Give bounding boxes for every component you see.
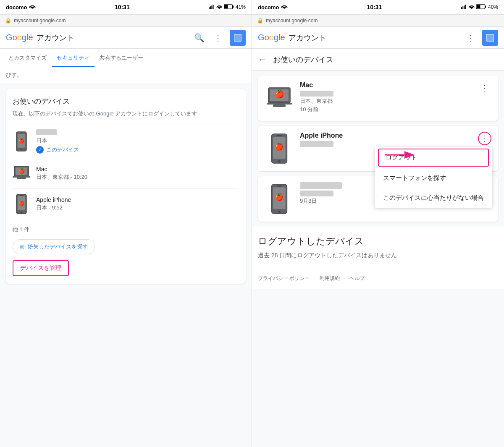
- left-address-bar: 🔒 myaccount.google.com: [0, 14, 252, 27]
- logout-section-title: ログアウトしたデバイス: [252, 228, 504, 251]
- left-battery-icon: [224, 4, 234, 10]
- logout-section-desc: 過去 28 日間にログアウトしたデバイスはありません: [252, 251, 504, 267]
- left-status-left: docomo: [6, 4, 36, 10]
- context-menu-arrow: [383, 149, 416, 162]
- left-content-area: びす。 お使いのデバイス 現在、以下のデバイスでお使いの Google アカウン…: [0, 67, 252, 447]
- iphone-card-info: Apple iPhone: [300, 132, 478, 147]
- left-wifi-icon2: [216, 4, 222, 10]
- svg-rect-0: [209, 7, 210, 9]
- right-app-header: Google アカウント ⋮: [252, 27, 504, 49]
- third-card-icon: 🍎: [265, 182, 294, 216]
- back-arrow-btn[interactable]: ←: [258, 54, 267, 65]
- svg-rect-25: [464, 5, 465, 9]
- right-lock-icon: 🔒: [257, 18, 263, 24]
- logout-section: ログアウトしたデバイス 過去 28 日間にログアウトしたデバイスはありません: [252, 227, 504, 268]
- device-location-mac: 日本、東京都 - 10:20: [36, 173, 239, 181]
- left-lock-icon: 🔒: [5, 18, 11, 24]
- right-more-icon[interactable]: ⋮: [465, 31, 476, 44]
- mac-card-name: Mac: [300, 81, 478, 89]
- mac-card-location: 日本、東京都: [300, 97, 478, 105]
- svg-rect-1: [210, 6, 211, 9]
- svg-rect-3: [213, 5, 213, 9]
- svg-rect-21: [20, 195, 23, 196]
- left-status-bar: docomo 10:31 41%: [0, 0, 252, 14]
- right-battery-pct: 40%: [488, 4, 498, 10]
- right-google-logo: Google: [258, 33, 285, 42]
- left-signal-icon: [209, 4, 215, 10]
- left-tab-bar: とカスタマイズ セキュリティ 共有するユーザー: [0, 49, 252, 67]
- tab-customize[interactable]: とカスタマイズ: [3, 50, 52, 67]
- footer-help[interactable]: ヘルプ: [349, 275, 365, 282]
- find-device-btn[interactable]: ◎ 紛失したデバイスを探す: [13, 239, 95, 254]
- left-account-avatar[interactable]: [230, 30, 246, 46]
- device-item-iphone[interactable]: 🍎 Apple iPhone 日本 - 9:52: [13, 188, 239, 219]
- svg-point-38: [278, 160, 281, 163]
- third-blurred-name: [300, 182, 342, 189]
- right-signal-icon: [461, 4, 467, 10]
- left-more-icon[interactable]: ⋮: [212, 31, 224, 44]
- device-name-iphone: Apple iPhone: [36, 196, 239, 203]
- left-google-logo: Google: [6, 33, 33, 42]
- context-menu-unknown[interactable]: このデバイスに心当たりがない場合: [375, 188, 492, 208]
- svg-rect-45: [277, 186, 281, 187]
- svg-rect-34: [267, 103, 292, 105]
- iphone-three-dot-btn[interactable]: ⋮: [478, 132, 491, 145]
- svg-rect-16: [13, 176, 30, 178]
- device-info-iphone: Apple iPhone 日本 - 9:52: [36, 196, 239, 212]
- right-status-bar: docomo 10:31 40%: [252, 0, 504, 14]
- manage-devices-btn[interactable]: デバイスを管理: [13, 260, 69, 276]
- right-url: myaccount.google.com: [266, 18, 318, 24]
- mac-card-time: 10 分前: [300, 106, 478, 113]
- svg-rect-11: [20, 132, 23, 133]
- right-account-avatar[interactable]: [482, 30, 498, 46]
- mac-card-header: 🍎 Mac 日本、東京都 10 分前 ⋮: [265, 81, 491, 115]
- mac-three-dot-btn[interactable]: ⋮: [478, 81, 491, 95]
- iphone-card-icon: 🍎: [265, 132, 294, 165]
- svg-rect-39: [277, 135, 281, 136]
- iphone-blurred-info: [300, 141, 333, 147]
- manage-devices-label: デバイスを管理: [20, 264, 61, 272]
- svg-text:🍎: 🍎: [275, 193, 284, 201]
- context-menu-find[interactable]: スマートフォンを探す: [375, 168, 492, 188]
- svg-rect-5: [233, 5, 234, 8]
- mac-card-icon: 🍎: [265, 81, 294, 115]
- device-info-this: 日本 ✓ このデバイス: [36, 129, 239, 154]
- device-icon-iphone: 🍎: [13, 193, 30, 215]
- svg-point-10: [21, 149, 22, 150]
- left-section-title: お使いのデバイス: [13, 97, 239, 106]
- svg-text:🍎: 🍎: [275, 89, 284, 99]
- footer-privacy[interactable]: プライバシー ポリシー: [258, 275, 310, 282]
- svg-text:🍎: 🍎: [18, 137, 24, 143]
- right-address-bar: 🔒 myaccount.google.com: [252, 14, 504, 27]
- svg-rect-29: [477, 5, 480, 8]
- left-status-right: 41%: [209, 4, 246, 10]
- left-devices-section: お使いのデバイス 現在、以下のデバイスでお使いの Google アカウントにログ…: [6, 89, 246, 284]
- right-status-right: 40%: [461, 4, 498, 10]
- mac-blurred-info: [300, 91, 333, 97]
- left-section-desc: 現在、以下のデバイスでお使いの Google アカウントにログインしています: [13, 110, 239, 118]
- svg-rect-26: [465, 5, 466, 9]
- device-item-this[interactable]: 🍎 日本 ✓ このデバイス: [13, 125, 239, 158]
- svg-point-20: [21, 211, 22, 213]
- left-carrier: docomo: [6, 4, 27, 10]
- right-device-card-mac: 🍎 Mac 日本、東京都 10 分前 ⋮: [258, 76, 498, 121]
- right-page-header: ← お使いのデバイス: [252, 49, 504, 71]
- right-wifi-icon2: [469, 4, 475, 10]
- svg-text:🍎: 🍎: [275, 142, 284, 151]
- device-item-mac[interactable]: 🍎 Mac 日本、東京都 - 10:20: [13, 158, 239, 188]
- other-devices-count: 他 1 件: [13, 222, 239, 233]
- tab-security[interactable]: セキュリティ: [52, 50, 94, 67]
- right-page-title: お使いのデバイス: [273, 55, 333, 65]
- device-location-this: 日本: [36, 137, 239, 144]
- svg-rect-17: [17, 178, 26, 179]
- svg-rect-35: [273, 105, 286, 107]
- tab-share[interactable]: 共有するユーザー: [94, 50, 148, 67]
- footer-terms[interactable]: 利用規約: [320, 275, 340, 282]
- svg-rect-24: [462, 6, 463, 9]
- footer-sep1: ·: [314, 275, 315, 282]
- svg-point-44: [278, 211, 281, 213]
- find-device-label: 紛失したデバイスを探す: [28, 243, 88, 251]
- right-battery-icon: [476, 4, 486, 10]
- left-search-icon[interactable]: 🔍: [192, 31, 206, 44]
- left-scroll-hint: びす。: [0, 67, 252, 83]
